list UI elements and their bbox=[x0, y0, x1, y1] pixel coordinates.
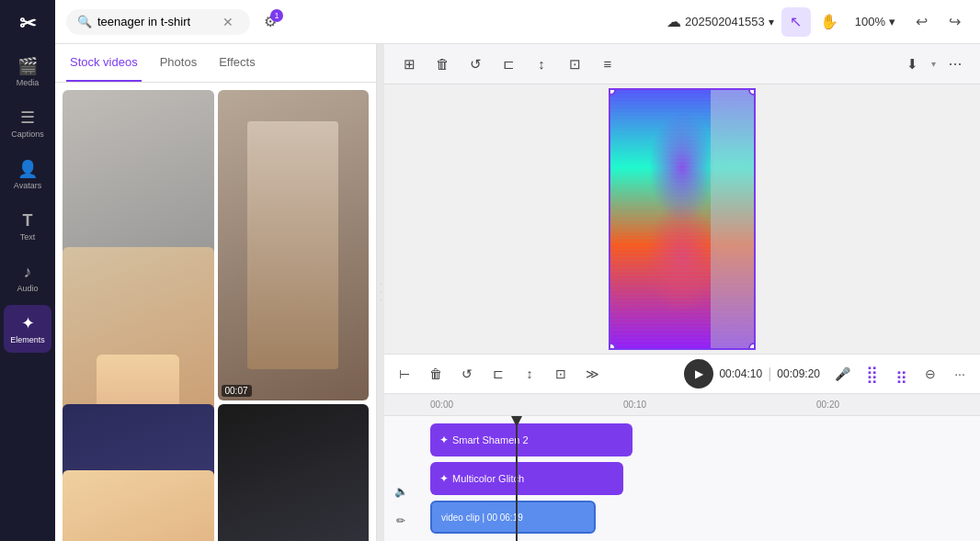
undo-icon: ↩ bbox=[916, 13, 928, 30]
tab-photos[interactable]: Photos bbox=[156, 44, 200, 82]
remove-button[interactable]: ⊖ bbox=[917, 361, 943, 387]
sidebar-item-audio[interactable]: ♪ Audio bbox=[4, 254, 51, 301]
zoom-dropdown-icon: ▾ bbox=[889, 15, 895, 28]
volume-icon-btn: 🔈 bbox=[394, 485, 408, 498]
total-time: 00:09:20 bbox=[777, 367, 820, 380]
more-timeline-button[interactable]: ··· bbox=[947, 361, 973, 387]
play-button[interactable]: ▶ bbox=[684, 359, 713, 389]
sidebar-item-elements[interactable]: ✦ Elements bbox=[4, 305, 51, 353]
project-name: ☁ 202502041553 ▾ bbox=[667, 13, 774, 30]
resize-handle-br[interactable] bbox=[748, 343, 756, 350]
ruler-mark-0: 00:00 bbox=[430, 400, 623, 410]
clip-label-2: Multicolor Glitch bbox=[452, 473, 524, 484]
bg-detail bbox=[711, 90, 754, 348]
redo-button[interactable]: ↪ bbox=[940, 7, 969, 37]
avatars-icon: 👤 bbox=[17, 159, 38, 179]
redo-icon: ↪ bbox=[949, 13, 961, 30]
logo: ✂ bbox=[11, 7, 44, 40]
pencil-button[interactable]: ✏ bbox=[388, 508, 414, 534]
canvas-frame[interactable] bbox=[609, 88, 756, 350]
download-label: ▾ bbox=[931, 59, 936, 69]
mic-button[interactable]: 🎤 bbox=[829, 361, 855, 387]
thumb-duration: 00:07 bbox=[222, 385, 252, 397]
beat-sync-icon: ⣿ bbox=[866, 364, 878, 384]
video-clip-label: video clip | 00 06:19 bbox=[441, 513, 523, 523]
download-button[interactable]: ⬇ bbox=[898, 51, 926, 78]
content-area: Stock videos Photos Effects 00:07 00:07 bbox=[55, 44, 980, 541]
timeline-trim-button[interactable]: ⊏ bbox=[485, 361, 511, 387]
track-clip-smart-shamen[interactable]: ✦ Smart Shamen 2 bbox=[430, 423, 632, 456]
loop-icon: ↺ bbox=[470, 56, 482, 73]
canvas-toolbar: ⊞ 🗑 ↺ ⊏ ↕ ⊡ ≡ ⬇ ▾ ··· bbox=[384, 44, 980, 85]
more-icon: ··· bbox=[948, 54, 962, 73]
timeline-speed-icon: ≫ bbox=[586, 366, 599, 381]
hand-icon: ✋ bbox=[820, 13, 838, 30]
sidebar: ✂ 🎬 Media ☰ Captions 👤 Avatars T Text ♪ … bbox=[0, 0, 55, 541]
cloud-icon: ☁ bbox=[667, 13, 681, 30]
timeline-flip-button[interactable]: ↕ bbox=[517, 361, 542, 387]
captions-icon: ☰ bbox=[20, 107, 35, 128]
canvas-viewport: 9:16 ♪ bbox=[384, 85, 980, 354]
trim-button[interactable]: ⊏ bbox=[495, 51, 522, 78]
project-name-text: 202502041553 bbox=[685, 15, 765, 28]
media-thumbnail[interactable] bbox=[218, 404, 370, 542]
track-sync-button[interactable]: ⣶ bbox=[888, 361, 914, 387]
current-time: 00:04:10 bbox=[719, 367, 762, 380]
trim-icon: ⊏ bbox=[503, 56, 515, 73]
playhead[interactable] bbox=[516, 416, 518, 541]
timeline-tracks: ⬛ ✦ Smart Shamen 2 ⬛ ✦ bbox=[384, 416, 980, 541]
sidebar-item-media[interactable]: 🎬 Media bbox=[4, 48, 51, 96]
arrange-icon: ≡ bbox=[604, 56, 612, 72]
search-clear-button[interactable]: ✕ bbox=[222, 15, 234, 29]
delete-clip-button[interactable]: 🗑 bbox=[428, 51, 456, 78]
undo-button[interactable]: ↩ bbox=[906, 7, 936, 37]
search-input[interactable] bbox=[97, 15, 217, 28]
timeline-flip-icon: ↕ bbox=[527, 366, 533, 381]
loop-button[interactable]: ↺ bbox=[462, 51, 489, 78]
pencil-icon: ✏ bbox=[396, 514, 405, 527]
remove-icon: ⊖ bbox=[925, 366, 936, 381]
sidebar-item-text[interactable]: T Text bbox=[4, 202, 51, 250]
crop-button[interactable]: ⊞ bbox=[395, 51, 423, 78]
track-1: ⬛ ✦ Smart Shamen 2 bbox=[430, 423, 980, 456]
tab-stock-videos[interactable]: Stock videos bbox=[66, 44, 142, 82]
ellipsis-icon: ··· bbox=[954, 366, 965, 381]
media-thumbnail[interactable]: 00:07 bbox=[218, 90, 370, 400]
timeline-split-button[interactable]: ⊢ bbox=[392, 361, 417, 387]
sidebar-item-avatars[interactable]: 👤 Avatars bbox=[4, 151, 51, 198]
time-divider: | bbox=[768, 366, 771, 382]
topbar: 🔍 ✕ ⚙ 1 ☁ 202502041553 ▾ ↖ ✋ 100% ▾ bbox=[55, 0, 980, 44]
search-icon: 🔍 bbox=[77, 15, 92, 28]
sidebar-item-captions[interactable]: ☰ Captions bbox=[4, 99, 51, 147]
play-icon: ▶ bbox=[695, 367, 703, 380]
timeline-detach-button[interactable]: ⊡ bbox=[548, 361, 574, 387]
track-3: 🔊 video clip | 00 06:19 bbox=[430, 501, 980, 534]
beat-sync-button[interactable]: ⣿ bbox=[859, 361, 884, 387]
more-options-button[interactable]: ··· bbox=[941, 51, 969, 78]
panel-divider[interactable]: · · · bbox=[377, 44, 384, 541]
hand-tool-button[interactable]: ✋ bbox=[815, 7, 844, 37]
track-2: ⬛ ✦ Multicolor Glitch bbox=[430, 462, 980, 495]
project-dropdown-icon[interactable]: ▾ bbox=[769, 16, 774, 28]
zoom-button[interactable]: 100% ▾ bbox=[848, 11, 903, 32]
audio-icon: ♪ bbox=[24, 263, 32, 282]
zoom-label: 100% bbox=[855, 15, 885, 28]
timeline-speed-button[interactable]: ≫ bbox=[579, 361, 605, 387]
topbar-tools: ↖ ✋ 100% ▾ ↩ ↪ bbox=[781, 7, 969, 37]
media-thumbnail[interactable] bbox=[63, 470, 214, 541]
timeline-loop-button[interactable]: ↺ bbox=[454, 361, 480, 387]
tab-effects[interactable]: Effects bbox=[215, 44, 259, 82]
filter-button[interactable]: ⚙ 1 bbox=[257, 9, 283, 35]
volume-button[interactable]: 🔈 bbox=[388, 479, 414, 504]
track-clip-video[interactable]: video clip | 00 06:19 bbox=[430, 501, 596, 534]
pointer-tool-button[interactable]: ↖ bbox=[781, 7, 811, 37]
flip-button[interactable]: ↕ bbox=[528, 51, 555, 78]
media-icon: 🎬 bbox=[17, 56, 38, 76]
split-button[interactable]: ⊡ bbox=[561, 51, 588, 78]
arrange-button[interactable]: ≡ bbox=[594, 51, 621, 78]
split-icon: ⊡ bbox=[569, 56, 581, 73]
timeline-delete-button[interactable]: 🗑 bbox=[423, 361, 449, 387]
timeline-trim-icon: ⊏ bbox=[493, 366, 504, 381]
track-clip-multicolor-glitch[interactable]: ✦ Multicolor Glitch bbox=[430, 462, 623, 495]
timeline-bottom-controls: 🔈 ✏ bbox=[388, 479, 414, 534]
